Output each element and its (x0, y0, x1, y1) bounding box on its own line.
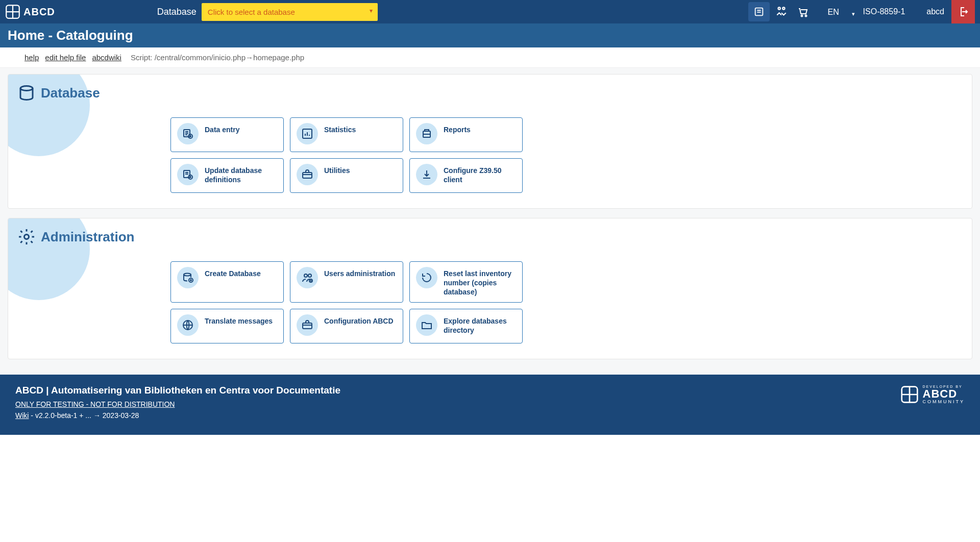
language-select[interactable]: EN (825, 8, 843, 16)
globe-icon (177, 314, 199, 336)
user-icon (914, 7, 923, 16)
page-title: Home - Cataloguing (0, 23, 980, 47)
cart-icon[interactable] (792, 0, 814, 23)
folder-icon (416, 314, 437, 336)
svg-text:i: i (14, 54, 15, 59)
svg-rect-16 (303, 173, 312, 178)
svg-point-2 (778, 7, 780, 9)
admin-card-create-db[interactable]: Create Database (170, 261, 284, 303)
edit-help-link[interactable]: edit help file (45, 53, 86, 62)
module-circulation-icon[interactable] (771, 0, 792, 23)
admin-card-toolbox[interactable]: Configuration ABCD (290, 309, 403, 343)
utilities-icon (297, 164, 318, 185)
card-label: Configure Z39.50 client (444, 164, 516, 184)
card-label: Explore databases directory (444, 314, 516, 335)
reset-icon (416, 267, 437, 288)
footer-wiki-link[interactable]: Wiki (15, 411, 29, 420)
gear-icon (17, 228, 36, 246)
footer: ABCD | Automatisering van Bibliotheken e… (0, 375, 980, 435)
svg-rect-24 (303, 323, 312, 329)
username-label: abcd (926, 7, 944, 16)
svg-point-9 (20, 86, 33, 91)
footer-logo-icon (900, 385, 919, 404)
database-select[interactable]: Click to select a database (202, 3, 378, 21)
admin-card-reset[interactable]: Reset last inventory number (copies data… (409, 261, 523, 303)
card-label: Create Database (205, 267, 261, 278)
svg-point-3 (782, 7, 785, 9)
svg-point-18 (184, 274, 191, 276)
download-icon (416, 164, 437, 185)
svg-point-5 (805, 15, 806, 17)
card-label: Users administration (324, 267, 395, 278)
users-icon (297, 267, 318, 288)
reports-icon (416, 123, 437, 144)
update-db-icon (177, 164, 199, 185)
footer-title: ABCD | Automatisering van Bibliotheken e… (15, 385, 340, 396)
data-entry-icon (177, 123, 199, 144)
database-card-data-entry[interactable]: Data entry (170, 117, 284, 152)
administration-panel-title: Administration (17, 228, 963, 246)
admin-card-users[interactable]: Users administration (290, 261, 403, 303)
logo-icon (5, 4, 20, 19)
database-card-download[interactable]: Configure Z39.50 client (409, 158, 523, 193)
svg-point-4 (801, 15, 802, 17)
statistics-icon (297, 123, 318, 144)
admin-card-folder[interactable]: Explore databases directory (409, 309, 523, 343)
database-card-reports[interactable]: Reports (409, 117, 523, 152)
admin-card-globe[interactable]: Translate messages (170, 309, 284, 343)
toolbox-icon (297, 314, 318, 336)
help-bar: i help edit help file abcdwiki Script: /… (0, 47, 980, 68)
database-panel: Database Data entry Statistics Reports U… (8, 74, 972, 209)
svg-point-20 (304, 274, 307, 277)
script-path: Script: /central/common/inicio.php→homep… (131, 53, 304, 62)
database-icon (17, 84, 36, 102)
app-logo[interactable]: ABCD (5, 4, 55, 19)
logout-button[interactable] (951, 0, 975, 23)
database-card-statistics[interactable]: Statistics (290, 117, 403, 152)
user-menu[interactable]: abcd (914, 7, 944, 16)
abcdwiki-link[interactable]: abcdwiki (92, 53, 121, 62)
footer-disclaimer-link[interactable]: ONLY FOR TESTING - NOT FOR DISTRIBUTION (15, 400, 175, 408)
card-label: Reports (444, 123, 471, 134)
card-label: Reset last inventory number (copies data… (444, 267, 516, 297)
database-panel-title: Database (17, 84, 963, 102)
card-label: Translate messages (205, 314, 273, 326)
administration-panel: Administration Create Database Users adm… (8, 218, 972, 359)
logout-icon (957, 6, 969, 18)
card-label: Update database definitions (205, 164, 277, 184)
top-navbar: ABCD Database Click to select a database… (0, 0, 980, 23)
card-label: Configuration ABCD (324, 314, 394, 326)
logo-text: ABCD (23, 6, 55, 18)
create-db-icon (177, 267, 199, 288)
database-label: Database (157, 7, 197, 17)
card-label: Statistics (324, 123, 356, 134)
module-catalog-icon[interactable] (748, 2, 770, 21)
card-label: Utilities (324, 164, 350, 175)
svg-point-6 (917, 9, 920, 12)
database-card-update-db[interactable]: Update database definitions (170, 158, 284, 193)
footer-community-logo: DEVELOPED BY ABCD COMMUNITY (900, 385, 965, 404)
card-label: Data entry (205, 123, 239, 134)
footer-version: - v2.2.0-beta-1 + ... → 2023-03-28 (29, 411, 139, 420)
svg-point-21 (308, 274, 311, 277)
svg-point-17 (24, 235, 29, 239)
encoding-label: ISO-8859-1 (863, 7, 905, 16)
help-link[interactable]: help (24, 53, 39, 62)
database-card-utilities[interactable]: Utilities (290, 158, 403, 193)
info-icon: i (10, 53, 18, 62)
